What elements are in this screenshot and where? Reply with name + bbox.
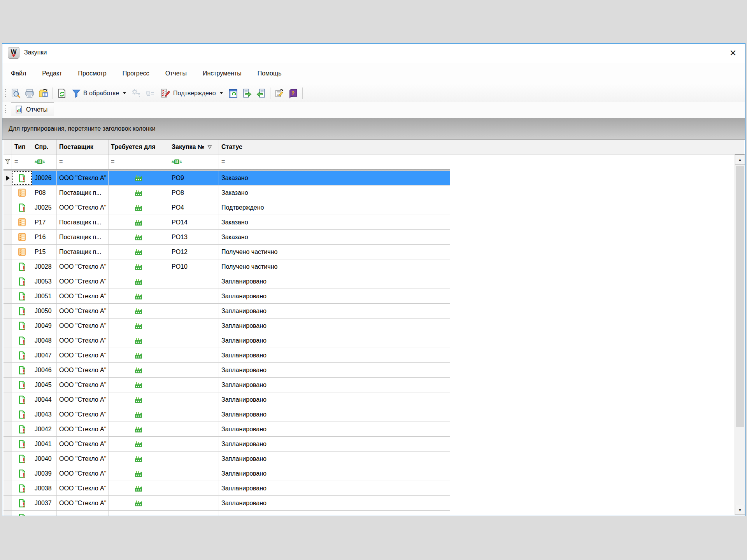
print-button[interactable] — [23, 86, 37, 100]
po-number-cell[interactable]: PO9 — [169, 171, 219, 185]
table-row[interactable]: J0042 ООО "Стекло А" Запланировано — [4, 422, 450, 437]
status-cell[interactable]: Заказано — [219, 230, 450, 244]
column-header-supplier[interactable]: Поставщик — [57, 140, 109, 154]
supplier-cell[interactable]: ООО "Стекло А" — [57, 378, 109, 392]
status-cell[interactable]: Запланировано — [219, 452, 450, 466]
row-selector-cell[interactable] — [4, 422, 12, 436]
required-for-cell[interactable] — [109, 245, 169, 259]
ref-cell[interactable]: J0045 — [32, 378, 57, 392]
ref-cell[interactable]: J0049 — [32, 318, 57, 333]
filter-dropdown[interactable]: В обработке — [69, 86, 129, 100]
required-for-cell[interactable] — [109, 363, 169, 377]
required-for-cell[interactable] — [109, 378, 169, 392]
po-number-cell[interactable] — [169, 289, 219, 303]
table-row[interactable]: J0048 ООО "Стекло А" Запланировано — [4, 333, 450, 348]
table-row[interactable] — [4, 511, 450, 516]
row-selector-cell[interactable] — [4, 200, 12, 215]
filter-po[interactable]: aBc — [169, 154, 219, 169]
row-selector-cell[interactable] — [4, 348, 12, 362]
row-selector-cell[interactable] — [4, 274, 12, 289]
type-cell[interactable] — [12, 481, 32, 495]
filter-supplier[interactable]: = — [57, 154, 109, 169]
status-cell[interactable]: Запланировано — [219, 378, 450, 392]
type-cell[interactable] — [12, 245, 32, 259]
table-row[interactable]: J0043 ООО "Стекло А" Запланировано — [4, 407, 450, 422]
row-selector-cell[interactable] — [4, 230, 12, 244]
menu-reports[interactable]: Отчеты — [160, 67, 192, 80]
supplier-cell[interactable]: ООО "Стекло А" — [57, 259, 109, 274]
type-cell[interactable] — [12, 274, 32, 289]
po-number-cell[interactable] — [169, 466, 219, 481]
required-for-cell[interactable] — [109, 259, 169, 274]
table-row[interactable]: P08 Поставщик п... PO8 Заказано — [4, 186, 450, 200]
type-cell[interactable] — [12, 289, 32, 303]
type-cell[interactable] — [12, 171, 32, 185]
status-cell[interactable]: Получено частично — [219, 259, 450, 274]
po-number-cell[interactable] — [169, 333, 219, 348]
filter-required-for[interactable]: = — [109, 154, 169, 169]
table-row[interactable]: J0038 ООО "Стекло А" Запланировано — [4, 481, 450, 496]
po-number-cell[interactable]: PO8 — [169, 186, 219, 200]
status-cell[interactable]: Запланировано — [219, 392, 450, 407]
filter-type[interactable]: = — [12, 154, 32, 169]
type-cell[interactable] — [12, 200, 32, 215]
required-for-cell[interactable] — [109, 481, 169, 495]
required-for-cell[interactable] — [109, 466, 169, 481]
supplier-cell[interactable]: Поставщик п... — [57, 230, 109, 244]
tab-reports[interactable]: Отчеты — [11, 102, 54, 116]
required-for-cell[interactable] — [109, 407, 169, 422]
row-selector-cell[interactable] — [4, 496, 12, 510]
status-cell[interactable]: Запланировано — [219, 274, 450, 289]
po-number-cell[interactable]: PO14 — [169, 215, 219, 229]
supplier-cell[interactable]: ООО "Стекло А" — [57, 496, 109, 510]
row-selector-cell[interactable] — [4, 511, 12, 516]
row-selector-cell[interactable] — [4, 466, 12, 481]
supplier-cell[interactable]: ООО "Стекло А" — [57, 363, 109, 377]
ref-cell[interactable]: J0041 — [32, 437, 57, 451]
required-for-cell[interactable] — [109, 511, 169, 516]
required-for-cell[interactable] — [109, 186, 169, 200]
table-row[interactable]: J0026 ООО "Стекло А" PO9 Заказано — [4, 171, 450, 186]
status-cell[interactable]: Запланировано — [219, 481, 450, 495]
status-cell[interactable] — [219, 511, 450, 516]
ref-cell[interactable]: J0038 — [32, 481, 57, 495]
required-for-cell[interactable] — [109, 289, 169, 303]
row-selector-cell[interactable] — [4, 259, 12, 274]
type-cell[interactable] — [12, 230, 32, 244]
menu-view[interactable]: Просмотр — [73, 67, 112, 80]
type-cell[interactable] — [12, 437, 32, 451]
menu-tools[interactable]: Инструменты — [197, 67, 247, 80]
status-cell[interactable]: Запланировано — [219, 422, 450, 436]
scroll-down-button[interactable]: ▼ — [735, 505, 745, 515]
ref-cell[interactable]: P08 — [32, 186, 57, 200]
ref-cell[interactable]: P17 — [32, 215, 57, 229]
import-document-button[interactable] — [254, 86, 268, 100]
po-number-cell[interactable] — [169, 422, 219, 436]
po-number-cell[interactable] — [169, 274, 219, 289]
supplier-cell[interactable]: ООО "Стекло А" — [57, 289, 109, 303]
supplier-cell[interactable] — [57, 511, 109, 516]
ref-cell[interactable]: J0043 — [32, 407, 57, 422]
ref-cell[interactable]: J0039 — [32, 466, 57, 481]
required-for-cell[interactable] — [109, 333, 169, 348]
print-preview-button[interactable] — [9, 86, 23, 100]
vertical-scrollbar[interactable]: ▲ ▼ — [735, 154, 745, 515]
status-cell[interactable]: Запланировано — [219, 363, 450, 377]
po-number-cell[interactable]: PO10 — [169, 259, 219, 274]
status-cell[interactable]: Заказано — [219, 215, 450, 229]
ref-cell[interactable]: J0053 — [32, 274, 57, 289]
status-cell[interactable]: Запланировано — [219, 466, 450, 481]
table-row[interactable]: J0040 ООО "Стекло А" Запланировано — [4, 452, 450, 466]
table-row[interactable]: J0037 ООО "Стекло А" Запланировано — [4, 496, 450, 511]
po-number-cell[interactable] — [169, 348, 219, 362]
menu-edit[interactable]: Редакт — [37, 67, 67, 80]
toolbar-grip[interactable] — [5, 88, 6, 98]
row-selector-cell[interactable] — [4, 245, 12, 259]
required-for-cell[interactable] — [109, 171, 169, 185]
type-cell[interactable] — [12, 392, 32, 407]
type-cell[interactable] — [12, 186, 32, 200]
filter-ref[interactable]: aBc — [32, 154, 57, 169]
type-cell[interactable] — [12, 318, 32, 333]
po-number-cell[interactable] — [169, 407, 219, 422]
status-dropdown[interactable]: Подтверждено — [157, 86, 226, 100]
